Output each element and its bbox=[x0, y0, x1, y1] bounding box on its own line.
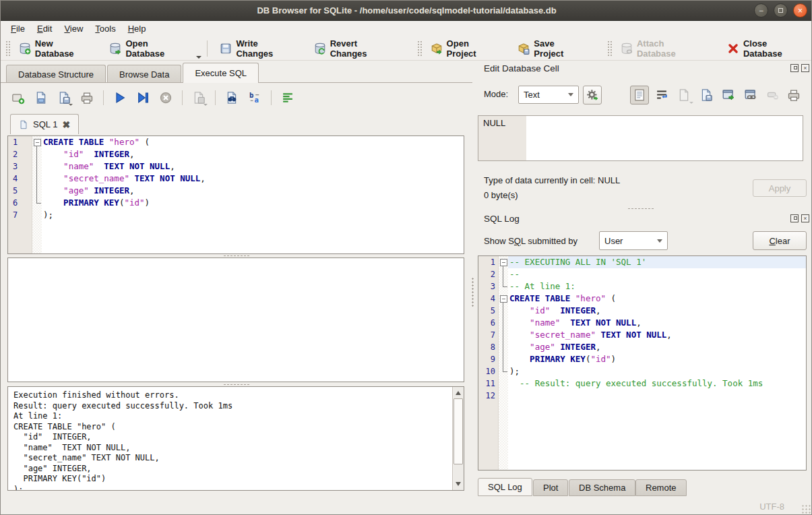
toolbar-grip[interactable] bbox=[417, 40, 422, 57]
fold-marker bbox=[32, 148, 42, 160]
results-scrollbar[interactable] bbox=[452, 387, 464, 490]
pane-splitter[interactable] bbox=[223, 384, 250, 386]
word-wrap-button[interactable] bbox=[652, 86, 671, 104]
panel-splitter[interactable] bbox=[472, 277, 474, 307]
sql-log-view[interactable]: 1-- EXECUTING ALL IN 'SQL 1'2--3-- At li… bbox=[478, 255, 807, 471]
execution-results-pane[interactable]: Execution finished without errors. Resul… bbox=[7, 386, 464, 491]
tab-sql-log[interactable]: SQL Log bbox=[478, 478, 532, 496]
toolbar-grip[interactable] bbox=[5, 40, 10, 57]
fold-marker bbox=[499, 268, 508, 280]
open-project-button[interactable]: Open Project bbox=[424, 35, 506, 62]
close-database-button[interactable]: Close Database bbox=[720, 35, 812, 62]
print-cell-button[interactable] bbox=[784, 86, 803, 104]
fold-margin bbox=[499, 377, 508, 390]
attach-database-icon bbox=[621, 42, 633, 55]
close-button[interactable]: × bbox=[793, 3, 807, 18]
menu-file[interactable]: File bbox=[5, 22, 31, 35]
resize-grip[interactable] bbox=[801, 504, 811, 514]
fold-marker[interactable] bbox=[32, 136, 42, 148]
fold-marker[interactable] bbox=[499, 256, 508, 268]
float-panel-icon[interactable] bbox=[790, 214, 799, 222]
code-line: 6 PRIMARY KEY("id") bbox=[8, 197, 464, 209]
maximize-button[interactable] bbox=[774, 3, 788, 18]
tab-execute-sql[interactable]: Execute SQL bbox=[183, 63, 259, 83]
sql-editor[interactable]: 1CREATE TABLE "hero" (2 "id" INTEGER,3 "… bbox=[7, 135, 464, 254]
open-database-button[interactable]: Open Database bbox=[102, 35, 193, 62]
open-sql-tab-button[interactable] bbox=[9, 88, 28, 107]
encoding-indicator[interactable]: UTF-8 bbox=[759, 502, 784, 512]
sql-toolbar: ba bbox=[9, 88, 297, 107]
main-toolbar: New Database Open Database Write Changes… bbox=[1, 36, 812, 61]
execute-line-button[interactable] bbox=[133, 88, 152, 107]
mode-value: Text bbox=[524, 90, 540, 100]
find-button[interactable] bbox=[222, 88, 241, 107]
sql-document-tab[interactable]: SQL 1 ✖ bbox=[10, 114, 79, 134]
format-sql-button[interactable] bbox=[278, 88, 297, 107]
toolbar-grip[interactable] bbox=[607, 40, 612, 57]
menu-edit[interactable]: Edit bbox=[31, 22, 58, 35]
copy-link-button[interactable] bbox=[741, 86, 760, 104]
scroll-up-arrow[interactable] bbox=[456, 391, 461, 395]
close-panel-icon[interactable]: × bbox=[801, 214, 809, 222]
execute-line-icon bbox=[136, 91, 150, 104]
tab-database-structure[interactable]: Database Structure bbox=[6, 65, 106, 83]
pane-splitter[interactable] bbox=[223, 255, 250, 257]
open-database-label: Open Database bbox=[125, 38, 187, 59]
menu-tools[interactable]: Tools bbox=[89, 22, 121, 35]
code-line: 1-- EXECUTING ALL IN 'SQL 1' bbox=[478, 256, 806, 268]
open-in-external-button[interactable] bbox=[719, 86, 738, 104]
code-text: CREATE TABLE "hero" ( bbox=[508, 293, 806, 305]
replace-button[interactable]: ba bbox=[245, 88, 264, 107]
save-project-button[interactable]: Save Project bbox=[511, 35, 591, 62]
print-sql-button[interactable] bbox=[77, 88, 96, 107]
open-database-dropdown-arrow[interactable] bbox=[196, 56, 201, 59]
tab-plot[interactable]: Plot bbox=[533, 479, 568, 496]
auto-switch-mode-button[interactable] bbox=[583, 86, 602, 104]
toolbar-separator bbox=[207, 40, 208, 57]
title-bar[interactable]: DB Browser for SQLite - /home/user/code/… bbox=[1, 1, 812, 21]
menu-view[interactable]: View bbox=[58, 22, 89, 35]
word-wrap-icon bbox=[655, 88, 668, 102]
scroll-down-arrow[interactable] bbox=[456, 482, 461, 486]
save-results-icon bbox=[192, 91, 206, 104]
import-cell-data-button bbox=[675, 86, 693, 104]
mode-select[interactable]: Text bbox=[518, 86, 579, 104]
write-changes-icon bbox=[220, 42, 232, 55]
fold-marker bbox=[32, 185, 42, 197]
panel-splitter[interactable] bbox=[627, 208, 654, 210]
execute-icon bbox=[113, 91, 127, 104]
fold-marker[interactable] bbox=[499, 293, 508, 305]
cell-value-editor[interactable]: NULL bbox=[478, 115, 803, 161]
scrollbar-thumb[interactable] bbox=[454, 398, 463, 464]
tab-remote[interactable]: Remote bbox=[635, 479, 687, 496]
code-text: CREATE TABLE "hero" ( bbox=[42, 136, 464, 148]
code-line: 3 "name" TEXT NOT NULL, bbox=[8, 160, 464, 173]
edit-cell-panel-title: Edit Database Cell bbox=[484, 63, 559, 73]
tab-browse-data[interactable]: Browse Data bbox=[107, 65, 181, 83]
new-tab-icon bbox=[11, 91, 25, 104]
save-sql-file-button[interactable] bbox=[55, 88, 73, 107]
code-line: 5 "id" INTEGER, bbox=[478, 305, 806, 317]
code-text: PRIMARY KEY("id") bbox=[42, 197, 464, 209]
close-tab-icon[interactable]: ✖ bbox=[62, 120, 70, 129]
stop-execution-button bbox=[156, 88, 175, 107]
line-number: 5 bbox=[478, 305, 499, 317]
new-database-button[interactable]: New Database bbox=[12, 35, 99, 62]
log-filter-select[interactable]: User bbox=[599, 231, 668, 250]
fold-marker bbox=[499, 341, 508, 353]
code-line: 2-- bbox=[478, 268, 806, 280]
open-sql-file-button[interactable] bbox=[32, 88, 51, 107]
clear-log-button[interactable]: Clear bbox=[753, 231, 807, 250]
execute-sql-button[interactable] bbox=[111, 88, 129, 107]
write-changes-button[interactable]: Write Changes bbox=[213, 35, 301, 62]
tab-db-schema[interactable]: DB Schema bbox=[569, 479, 635, 496]
revert-changes-button[interactable]: Revert Changes bbox=[307, 35, 401, 62]
menu-help[interactable]: Help bbox=[122, 22, 152, 35]
export-cell-data-button[interactable] bbox=[697, 86, 716, 104]
line-number: 2 bbox=[478, 268, 499, 280]
cell-text-mode-button[interactable] bbox=[630, 86, 649, 104]
minimize-button[interactable]: − bbox=[754, 3, 768, 18]
float-panel-icon[interactable] bbox=[790, 64, 799, 72]
fold-margin bbox=[32, 209, 42, 221]
close-panel-icon[interactable]: × bbox=[801, 64, 809, 72]
